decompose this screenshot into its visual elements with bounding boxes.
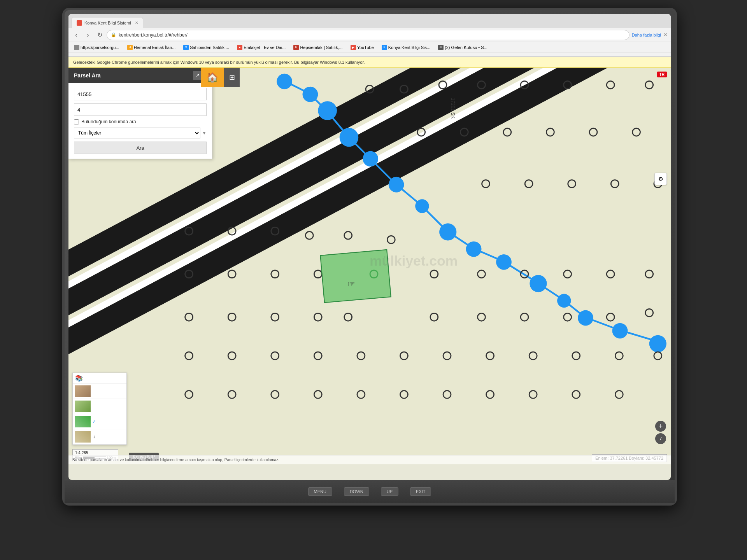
bookmarks-bar: https://parselsorgu... H Hemenal Emlak İ… (68, 42, 671, 53)
svg-point-11 (389, 177, 404, 192)
bookmark-hemenal[interactable]: H Hemenal Emlak İlan... (125, 44, 178, 51)
svg-point-14 (466, 242, 482, 257)
back-button[interactable]: ‹ (72, 30, 81, 40)
bookmark-icon: ▲ (237, 45, 242, 50)
bookmark-icon: S (183, 45, 189, 50)
bookmark-label: Sahibinden Satılık,... (190, 45, 229, 50)
layer-books-icon: 📚 (75, 374, 83, 382)
bookmark-label: Konya Kent Bilgi Sis... (388, 45, 430, 50)
monitor-bezel: Konya Kent Bilgi Sistemi ✕ ‹ › ↻ 🔒 kentr… (68, 14, 671, 480)
dropdown-chevron-icon: ▼ (202, 130, 207, 136)
panel-body: Bulunduğum konumda ara Tüm İlçeler ▼ Ara (68, 83, 212, 159)
layer-item-4[interactable]: ↓ (73, 429, 126, 444)
svg-point-20 (649, 335, 666, 352)
bookmark-inbox[interactable]: ✉ (2) Gelen Kutusu • S... (436, 44, 490, 51)
layer-thumb-satellite (75, 385, 91, 397)
zoom-controls: + 7 (654, 420, 667, 445)
bottom-info-bar: Bu sitede parsaların amacı ve kullanılma… (68, 455, 671, 464)
address-bar[interactable]: 🔒 kentrehberi.konya.bel.tr/#/rehber/ (107, 30, 630, 40)
district-select[interactable]: Tüm İlçeler (74, 128, 200, 138)
url-text: kentrehberi.konya.bel.tr/#/rehber/ (119, 32, 188, 38)
layer-item-3[interactable]: ✓ (73, 414, 126, 429)
bookmark-label: YouTube (357, 45, 374, 50)
svg-point-13 (439, 223, 456, 240)
search-button[interactable]: Ara (74, 142, 207, 154)
bookmark-icon (74, 45, 79, 50)
location-checkbox-label: Bulunduğum konumda ara (81, 119, 136, 124)
bookmark-emlakjet[interactable]: ▲ Emlakjet - Ev ve Dai... (235, 44, 288, 51)
svg-point-10 (363, 151, 378, 167)
panel-header: Parsel Ara (68, 68, 212, 83)
layer-item-2[interactable] (73, 399, 126, 414)
forward-button[interactable]: › (83, 30, 93, 40)
svg-point-15 (496, 254, 512, 270)
parcel-sub-input[interactable] (74, 103, 207, 116)
browser-chrome: Konya Kent Bilgi Sistemi ✕ ‹ › ↻ 🔒 kentr… (68, 14, 671, 57)
menu-button[interactable]: MENU (308, 487, 332, 496)
close-info-button[interactable]: ✕ (663, 32, 668, 38)
bookmark-icon: H (127, 45, 133, 50)
svg-point-16 (530, 275, 547, 292)
tab-favicon (77, 20, 82, 26)
gear-icon[interactable]: ⚙ (654, 173, 667, 185)
district-dropdown-row: Tüm İlçeler ▼ (74, 128, 207, 138)
zoom-level-button[interactable]: 7 (655, 433, 666, 444)
svg-text:17201 SK: 17201 SK (450, 98, 456, 118)
svg-point-19 (612, 323, 628, 339)
layer-item-books[interactable]: 📚 (73, 373, 126, 384)
gear-settings-button[interactable]: ⚙ (654, 173, 667, 185)
bookmark-konya[interactable]: K Konya Kent Bilgi Sis... (379, 44, 433, 51)
bookmark-label: (2) Gelen Kutusu • S... (445, 45, 487, 50)
exit-button[interactable]: EXIT (410, 487, 431, 496)
tab-title: Konya Kent Bilgi Sistemi (84, 21, 131, 25)
bookmark-hepsiemlak[interactable]: H Hepsiemlak | Satılık,... (291, 44, 345, 51)
bookmark-icon: K (382, 45, 387, 50)
tr-flag-badge: TR (657, 72, 667, 77)
bottom-info-text: Bu sitede parsaların amacı ve kullanılma… (72, 458, 279, 462)
bookmark-parselsorgu[interactable]: https://parselsorgu... (72, 44, 122, 51)
svg-point-7 (303, 87, 318, 102)
svg-text:mülkiyet.com: mülkiyet.com (370, 253, 458, 268)
layer-thumb-nip (75, 416, 91, 427)
location-checkbox[interactable] (74, 119, 79, 124)
warning-text: Gelecekteki Google Chrome güncellemeleri… (73, 60, 365, 65)
warning-bar: Gelecekteki Google Chrome güncellemeleri… (68, 57, 671, 68)
location-checkbox-row: Bulunduğum konumda ara (74, 119, 207, 124)
active-tab[interactable]: Konya Kent Bilgi Sistemi ✕ (72, 17, 143, 28)
layer-thumb-map (75, 431, 91, 443)
svg-point-12 (415, 199, 429, 213)
panel-title: Parsel Ara (74, 72, 101, 79)
bookmark-youtube[interactable]: ▶ YouTube (348, 44, 376, 51)
lock-icon: 🔒 (111, 32, 116, 37)
svg-point-8 (318, 101, 337, 120)
screen: Konya Kent Bilgi Sistemi ✕ ‹ › ↻ 🔒 kentr… (68, 14, 671, 480)
parcel-number-input[interactable] (74, 88, 207, 100)
tab-close-button[interactable]: ✕ (135, 21, 138, 25)
bookmark-label: Emlakjet - Ev ve Dai... (244, 45, 286, 50)
layer-item-1[interactable] (73, 384, 126, 399)
daha-fazla-bilgi-link[interactable]: Daha fazla bilgi (632, 33, 661, 37)
bookmark-icon: ✉ (438, 45, 444, 50)
house-icon[interactable]: 🏠 (201, 68, 224, 87)
zoom-in-button[interactable]: + (655, 421, 666, 432)
map-area[interactable]: mülkiyet.com 17201 SK ☞ Parsel Ara (68, 68, 671, 464)
svg-text:☞: ☞ (347, 279, 355, 289)
layer-down-icon: ↓ (93, 434, 95, 439)
layer-check-icon: ✓ (92, 419, 96, 424)
bookmark-label: Hemenal Emlak İlan... (134, 45, 176, 50)
bookmark-sahibinden[interactable]: S Sahibinden Satılık,... (181, 44, 231, 51)
up-button[interactable]: UP (381, 487, 398, 496)
bookmark-label: https://parselsorgu... (81, 45, 119, 50)
bookmark-icon: ▶ (351, 45, 356, 50)
monitor-controls: MENU DOWN UP EXIT (65, 480, 675, 503)
search-panel: Parsel Ara Bulunduğum konumda ara Tüm İl… (68, 68, 212, 159)
bookmark-label: Hepsiemlak | Satılık,... (300, 45, 342, 50)
reload-button[interactable]: ↻ (95, 30, 104, 40)
nav-bar: ‹ › ↻ 🔒 kentrehberi.konya.bel.tr/#/rehbe… (68, 28, 671, 42)
layer-panel: 📚 ✓ ↓ (72, 373, 127, 445)
down-button[interactable]: DOWN (344, 487, 369, 496)
grid-icon[interactable]: ⊞ (224, 68, 240, 87)
svg-point-17 (557, 294, 571, 308)
monitor: Konya Kent Bilgi Sistemi ✕ ‹ › ↻ 🔒 kentr… (62, 8, 677, 506)
svg-point-9 (340, 128, 359, 147)
